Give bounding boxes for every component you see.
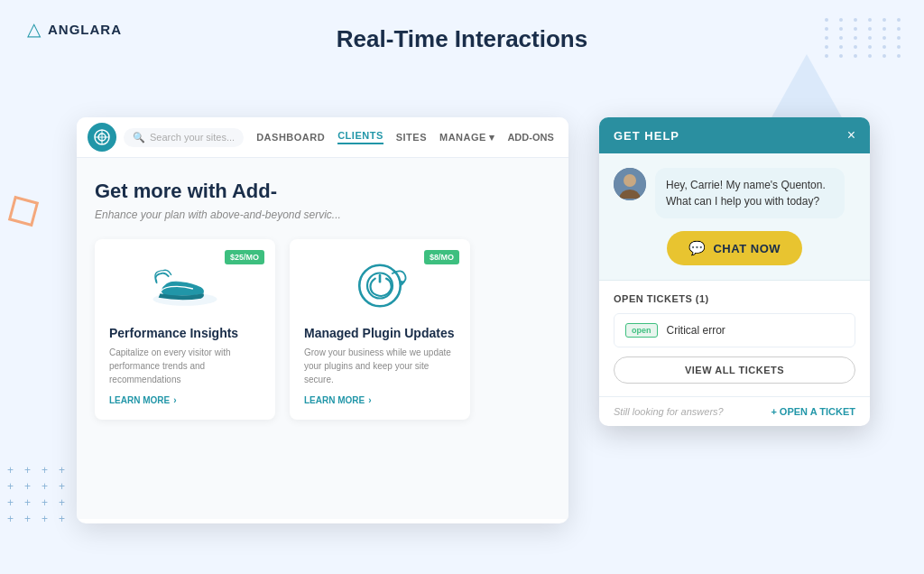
tickets-title: OPEN TICKETS (1) bbox=[614, 293, 855, 304]
card-desc-1: Capitalize on every visitor with perform… bbox=[109, 346, 261, 386]
close-button[interactable]: × bbox=[847, 128, 855, 143]
arrow-icon-2: › bbox=[368, 395, 371, 405]
logo-icon: △ bbox=[27, 18, 41, 40]
chat-icon: 💬 bbox=[688, 240, 707, 256]
card-performance: $25/MO bbox=[95, 239, 275, 420]
nav-dashboard[interactable]: DASHBOARD bbox=[256, 132, 325, 143]
chat-now-button[interactable]: 💬 CHAT NOW bbox=[667, 231, 802, 265]
search-bar[interactable]: 🔍 Search your sites... bbox=[124, 128, 244, 147]
chat-bubble: Hey, Carrie! My name's Quenton. What can… bbox=[655, 168, 845, 218]
logo: △ ANGLARA bbox=[27, 18, 122, 40]
ticket-status-badge: open bbox=[625, 323, 658, 338]
card-plugin: $8/MO Managed Plugin Updates bbox=[290, 239, 470, 420]
nav-sites[interactable]: SITES bbox=[396, 132, 427, 143]
open-ticket-link[interactable]: + OPEN A TICKET bbox=[771, 406, 855, 417]
search-placeholder: Search your sites... bbox=[150, 132, 235, 143]
cube-decoration bbox=[8, 196, 39, 227]
view-all-tickets-button[interactable]: VIEW ALL TICKETS bbox=[614, 356, 855, 384]
get-help-header: GET HELP × bbox=[599, 117, 870, 153]
chat-bubble-row: Hey, Carrie! My name's Quenton. What can… bbox=[614, 168, 855, 218]
chat-section: Hey, Carrie! My name's Quenton. What can… bbox=[599, 153, 870, 281]
card-title-2: Managed Plugin Updates bbox=[304, 326, 456, 340]
browser-window: 🔍 Search your sites... DASHBOARD CLIENTS… bbox=[77, 117, 568, 523]
page-title: Real-Time Interactions bbox=[0, 25, 924, 53]
nav-addons[interactable]: ADD-ONS bbox=[507, 132, 553, 143]
nav-clients[interactable]: CLIENTS bbox=[337, 130, 383, 144]
get-help-panel: GET HELP × Hey, Carrie! My name's Quento… bbox=[599, 117, 870, 426]
tickets-section: OPEN TICKETS (1) open Critical error VIE… bbox=[599, 281, 870, 396]
card-badge-2: $8/MO bbox=[424, 250, 459, 264]
arrow-icon: › bbox=[173, 395, 176, 405]
card-badge-1: $25/MO bbox=[225, 250, 264, 264]
nav-manage[interactable]: MANAGE ▾ bbox=[439, 132, 494, 144]
plus-decoration: ++++ ++++ ++++ ++++ bbox=[7, 464, 65, 529]
avatar bbox=[614, 168, 646, 200]
logo-text: ANGLARA bbox=[48, 22, 122, 37]
search-icon: 🔍 bbox=[133, 132, 145, 144]
footer-still-looking: Still looking for answers? bbox=[614, 406, 724, 417]
main-content: Get more with Add- Enhance your plan wit… bbox=[77, 158, 568, 519]
get-help-title: GET HELP bbox=[614, 129, 679, 143]
nav-logo bbox=[88, 123, 116, 152]
dots-decoration-top bbox=[825, 18, 906, 58]
nav-bar: 🔍 Search your sites... DASHBOARD CLIENTS… bbox=[77, 117, 568, 158]
chevron-down-icon: ▾ bbox=[489, 132, 495, 144]
panel-footer: Still looking for answers? + OPEN A TICK… bbox=[599, 396, 870, 426]
card-link-2[interactable]: LEARN MORE › bbox=[304, 395, 456, 405]
ticket-name: Critical error bbox=[667, 324, 725, 337]
hero-title: Get more with Add- bbox=[95, 180, 550, 203]
card-desc-2: Grow your business while we update your … bbox=[304, 346, 456, 386]
hero-subtitle: Enhance your plan with above-and-beyond … bbox=[95, 208, 550, 221]
cards-row: $25/MO bbox=[95, 239, 550, 420]
card-link-1[interactable]: LEARN MORE › bbox=[109, 395, 261, 405]
svg-point-9 bbox=[624, 174, 636, 187]
nav-links: DASHBOARD CLIENTS SITES MANAGE ▾ ADD-ONS bbox=[256, 130, 554, 144]
ticket-row: open Critical error bbox=[614, 313, 855, 347]
svg-point-5 bbox=[359, 264, 401, 306]
card-title-1: Performance Insights bbox=[109, 326, 261, 340]
